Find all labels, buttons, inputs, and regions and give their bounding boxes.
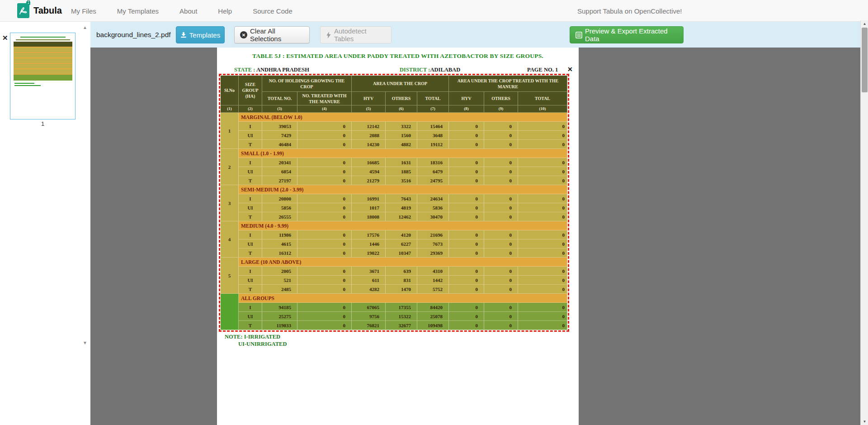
scrollbar-thumb[interactable] [862,28,868,92]
lock-icon [26,1,30,5]
clear-all-selections-button[interactable]: ✕ Clear All Selections [234,26,310,43]
nav-help[interactable]: Help [218,7,232,15]
tabula-logo-icon [17,3,29,18]
clear-circle-x-icon: ✕ [240,31,247,38]
preview-export-button[interactable]: Preview & Export Extracted Data [570,26,684,43]
navbar: Tabula My Files My Templates About Help … [0,0,868,22]
nav-links: My Files My Templates About Help Source … [71,0,313,22]
tabula-app: Tabula My Files My Templates About Help … [0,0,868,425]
thumb-note-line2 [14,85,41,86]
state-label: STATE : [234,67,255,73]
nav-source-code[interactable]: Source Code [253,7,292,15]
open-filename: background_lines_2.pdf [96,22,171,48]
state-value: ANDHRA PRADESH [256,67,309,73]
district-value: ADILABAD [430,67,461,73]
document-area: TABLE 5J : ESTIMATED AREA UNDER PADDY TR… [90,48,868,425]
thumb-table-header [14,42,72,47]
selection-close-icon[interactable]: ✕ [567,66,573,73]
district-line: DISTRICT :ADILABAD [400,67,460,73]
scrollbar-down-icon[interactable]: ▼ [861,418,868,425]
thumbnail-page-number: 1 [10,120,75,127]
autodetect-label: Autodetect Tables [334,27,386,43]
brand[interactable]: Tabula [17,3,62,18]
sidebar-scroll-down-icon[interactable]: ▼ [83,340,87,345]
thumb-title-line [20,37,66,38]
thumb-meta-line [16,39,70,40]
templates-button[interactable]: Templates [176,26,225,43]
support-link[interactable]: Support Tabula on OpenCollective! [577,0,682,22]
remove-file-icon[interactable]: ✕ [2,34,8,41]
toolbar: background_lines_2.pdf Templates ✕ Clear… [90,22,868,48]
brand-name: Tabula [33,5,62,16]
thumb-table-body [14,47,72,75]
export-label: Preview & Export Extracted Data [585,27,678,43]
table-list-icon [576,32,582,38]
district-label: DISTRICT : [400,67,430,73]
thumb-table-footer [14,75,72,81]
note-line1: NOTE: I-IRRIGATED [225,334,280,340]
lightning-icon [326,32,331,38]
sidebar: ✕ 1 ▲ ▼ [0,22,90,425]
state-line: STATE : ANDHRA PRADESH [234,67,309,73]
templates-label: Templates [189,31,220,39]
thumb-note-line [14,83,34,84]
note-line2: UI-UNIRRIGATED [238,341,287,348]
pdf-page: TABLE 5J : ESTIMATED AREA UNDER PADDY TR… [217,48,579,425]
window-scrollbar[interactable]: ▲ ▼ [860,20,868,425]
page-thumbnail[interactable] [10,33,75,119]
clear-label: Clear All Selections [250,27,304,43]
nav-my-templates[interactable]: My Templates [117,7,159,15]
sidebar-scroll-up-icon[interactable]: ▲ [83,25,87,30]
main-area: background_lines_2.pdf Templates ✕ Clear… [90,22,868,425]
save-template-icon [180,32,187,38]
nav-about[interactable]: About [179,7,197,15]
selection-region[interactable] [219,74,569,332]
autodetect-tables-button[interactable]: Autodetect Tables [320,26,392,43]
scrollbar-up-icon[interactable]: ▲ [861,20,868,27]
selection-dashed-border [219,74,569,332]
nav-my-files[interactable]: My Files [71,7,96,15]
page-no-label: PAGE NO. 1 [527,67,558,73]
pdf-table-title: TABLE 5J : ESTIMATED AREA UNDER PADDY TR… [217,53,579,60]
